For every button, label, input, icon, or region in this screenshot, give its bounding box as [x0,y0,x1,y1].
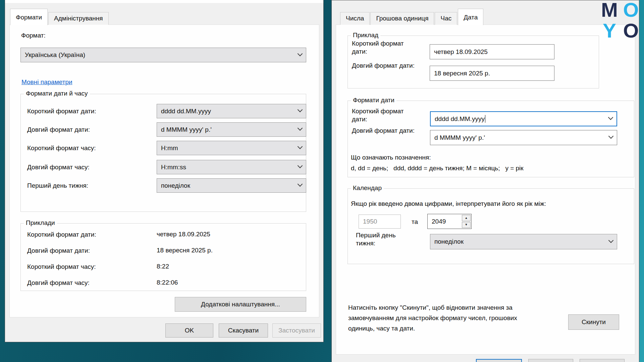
year-from-input: 1950 [359,215,401,229]
apply-button: Застосувати [272,323,321,338]
additional-settings-button[interactable]: Додаткові налаштування... [175,297,306,312]
date-tab-page: Приклад Короткий формат дати: четвер 18.… [336,24,635,355]
first-day-of-week-combo[interactable]: понеділок [430,234,617,249]
short-time-label: Короткий формат часу: [27,144,96,152]
calendar-group-title: Календар [351,184,384,192]
language-preferences-link[interactable]: Мовні параметри [21,78,72,86]
short-date-format-label: Короткий формат дати: [352,107,419,123]
short-date-label: Короткий формат дати: [27,107,96,115]
region-dialog-window: Формати Адміністрування Формат: Українсь… [5,0,324,342]
spinner-down-icon[interactable]: ▼ [462,222,471,228]
first-day-of-week-label: Перший день тижня: [356,231,413,247]
examples-group-title: Приклади [24,219,57,227]
long-time-label: Довгий формат часу: [27,163,90,171]
notation-heading: Що означають позначення: [351,154,431,162]
formats-tab-page: Формат: Українська (Україна) Мовні парам… [9,24,319,317]
chevron-down-icon [608,115,613,120]
and-label: та [412,218,418,226]
logo-letter-o2: O [623,22,639,40]
long-date-format-combo[interactable]: d MMMM yyyy' p.' [430,130,617,145]
moyo-logo: M O Y O [600,1,639,40]
short-date-select[interactable]: dddd dd.MM.yyyy [157,104,306,118]
first-day-label: Перший день тижня: [27,182,88,190]
long-date-label: Довгий формат дати: [27,126,90,134]
chevron-down-icon [298,107,303,112]
titlebar-remnant [5,0,323,3]
date-formats-group-title: Формати дати [351,97,396,104]
chevron-down-icon [608,133,614,139]
format-select-value: Українська (Україна) [25,51,85,59]
ok-button-partial[interactable] [476,359,522,362]
example-short-date-label: Короткий формат дати: [352,40,419,56]
tab-currency[interactable]: Грошова одиниця [370,12,434,25]
chevron-down-icon [298,144,303,149]
format-label: Формат: [21,32,46,40]
example-short-time-label: Короткий формат часу: [27,263,96,271]
long-time-select[interactable]: H:mm:ss [157,160,306,174]
logo-letter-m: M [601,1,618,19]
long-date-format-label: Довгий формат дати: [352,127,419,135]
example-long-time-label: Довгий формат часу: [27,279,90,287]
two-digit-year-text: Якщо рік введено двома цифрами, інтерпре… [351,200,546,208]
short-date-format-combo[interactable]: dddd dd.MM.yyyy [430,111,617,126]
example-long-date-label: Довгий формат дати: [352,62,419,70]
example-long-date-value: 18 вересня 2025 р. [157,247,213,254]
format-select[interactable]: Українська (Україна) [20,48,306,62]
spinner-up-icon[interactable]: ▲ [462,215,471,221]
example-short-date-label: Короткий формат дати: [27,231,96,239]
chevron-down-icon [608,238,614,243]
datetime-formats-group-title: Формати дати й часу [24,90,90,97]
reset-button[interactable]: Скинути [568,314,619,330]
text-cursor [485,115,485,123]
long-date-select[interactable]: d MMMM yyyy' p.' [157,122,306,137]
short-time-select[interactable]: H:mm [157,141,306,155]
tab-formats[interactable]: Формати [10,9,48,25]
chevron-down-icon [298,125,303,131]
tab-time[interactable]: Час [435,12,457,25]
example-long-date-label: Довгий формат дати: [27,247,90,255]
chevron-down-icon [298,163,303,168]
customize-format-dialog-window: Числа Грошова одиниця Час Дата Приклад К… [331,0,639,362]
example-short-time-value: 8:22 [157,263,169,270]
tab-numbers[interactable]: Числа [340,12,370,25]
ok-button[interactable]: OK [165,323,213,338]
first-day-select[interactable]: понеділок [157,178,306,193]
logo-letter-o1: O [623,1,639,19]
reset-description: Натисніть кнопку "Скинути", щоб відновит… [348,302,542,334]
chevron-down-icon [298,181,303,187]
example-long-time-value: 8:22:06 [157,279,178,286]
notation-legend: d, dd = день; ddd, dddd = день тижня; M … [351,164,524,172]
example-short-date-box: четвер 18.09.2025 [430,44,554,59]
apply-button-partial[interactable] [580,359,625,362]
cancel-button-partial[interactable] [528,359,573,362]
chevron-down-icon [298,51,303,56]
example-short-date-value: четвер 18.09.2025 [157,231,210,238]
cancel-button[interactable]: Скасувати [219,323,268,338]
year-to-spinner[interactable]: 2049 ▲ ▼ [427,214,472,229]
logo-letter-y: Y [603,22,616,40]
example-group-title: Приклад [351,32,380,39]
tab-administration[interactable]: Адміністрування [48,12,109,25]
tab-date[interactable]: Дата [458,9,483,25]
example-long-date-box: 18 вересня 2025 р. [430,66,554,81]
